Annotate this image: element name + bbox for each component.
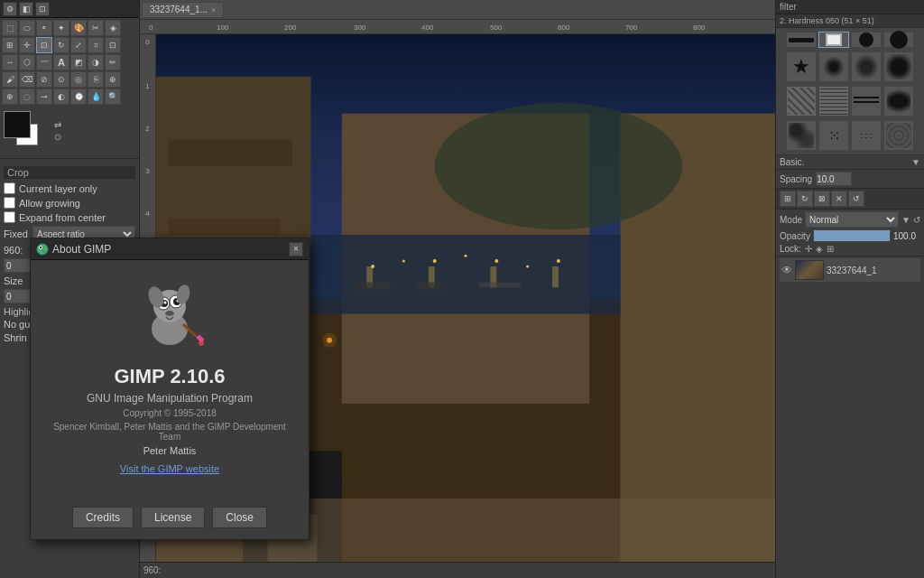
tool-clone[interactable]: ⎘	[88, 71, 104, 88]
brush-scatter[interactable]: ⁙	[818, 120, 849, 151]
brush-tool-btn-4[interactable]: ✕	[831, 191, 847, 207]
tool-heal[interactable]: ⊕	[105, 71, 121, 88]
reset-colors-btn[interactable]: ⊙	[54, 132, 61, 142]
license-button[interactable]: License	[141, 507, 205, 528]
tool-text[interactable]: A	[53, 54, 69, 70]
tool-perspective-clone[interactable]: ⊕	[2, 89, 18, 105]
tool-measure[interactable]: ⌚	[70, 89, 87, 105]
brush-blob[interactable]	[883, 86, 914, 117]
tool-foreground-select[interactable]: ◈	[105, 20, 121, 36]
brush-tool-btn-5[interactable]: ↺	[848, 191, 864, 207]
tool-smudge[interactable]: ⊸	[36, 89, 52, 105]
brush-dash-wide[interactable]	[786, 32, 817, 48]
layer-entry-main[interactable]: 👁 33237644_1	[780, 258, 920, 282]
ruler-mark-500: 500	[490, 23, 502, 32]
toolbox-icon-3[interactable]: ⊡	[35, 2, 50, 16]
opacity-label: Opacity	[780, 231, 810, 241]
brush-pattern-1[interactable]	[786, 120, 817, 151]
svg-point-16	[557, 259, 560, 263]
brush-lines[interactable]	[851, 86, 882, 117]
tool-blur-sharpen[interactable]: ◌	[19, 89, 35, 105]
tool-airbrush[interactable]: ⊘	[36, 71, 52, 88]
gimp-website-link[interactable]: Visit the GIMP website	[120, 463, 219, 474]
brush-panel-title: 2. Hardness 050 (51 × 51)	[776, 14, 924, 28]
dialog-close-x-btn[interactable]: ×	[289, 242, 303, 256]
tool-flip[interactable]: ↔	[2, 54, 18, 70]
option-allow-growing: Allow growing	[4, 197, 135, 209]
svg-point-13	[465, 255, 467, 257]
preset-label: Basic.	[780, 157, 910, 167]
brush-splat-3[interactable]	[883, 51, 914, 82]
brush-circle-filled-lg[interactable]	[883, 32, 914, 48]
close-button[interactable]: Close	[212, 507, 267, 528]
brush-star[interactable]: ★	[786, 51, 817, 82]
tool-rotate[interactable]: ↻	[53, 37, 69, 53]
tool-perspective[interactable]: ⊡	[105, 37, 121, 53]
tool-ink[interactable]: ⊙	[53, 71, 69, 88]
tool-scale[interactable]: ⤢	[70, 37, 87, 53]
mode-select[interactable]: Normal	[805, 211, 899, 228]
brush-spray[interactable]: ∷∷	[851, 120, 882, 151]
credits-button[interactable]: Credits	[72, 507, 134, 528]
brush-shape-row-1	[786, 32, 914, 48]
tool-fuzzy-select[interactable]: ✦	[53, 20, 69, 36]
tool-ellipse-select[interactable]: ⬭	[19, 20, 35, 36]
brush-tool-btn-1[interactable]: ⊞	[780, 191, 796, 207]
toolbox-icon-2[interactable]: ◧	[19, 2, 33, 16]
tool-eraser[interactable]: ⌫	[19, 71, 35, 88]
tool-move[interactable]: ✛	[19, 37, 35, 53]
opacity-slider[interactable]	[813, 229, 891, 242]
toolbox-icon-1[interactable]: ⚙	[3, 2, 17, 16]
brush-dry[interactable]	[883, 120, 914, 151]
preset-dropdown-icon[interactable]: ▼	[911, 157, 920, 167]
tool-select-scissors[interactable]: ✂	[88, 20, 104, 36]
mode-reset-btn[interactable]: ↺	[913, 215, 920, 225]
ruler-mark-300: 300	[354, 23, 365, 32]
tool-blend[interactable]: ◑	[88, 54, 104, 70]
tool-select-color[interactable]: 🎨	[70, 20, 87, 36]
tool-paintbrush[interactable]: 🖌	[2, 71, 18, 88]
tool-bucket-fill[interactable]: ◩	[70, 54, 87, 70]
tool-warp[interactable]: 〰	[36, 54, 52, 70]
layer-visibility-icon[interactable]: 👁	[781, 264, 792, 276]
tool-shear[interactable]: ⌗	[88, 37, 104, 53]
brush-tool-btn-3[interactable]: ⊠	[814, 191, 830, 207]
tool-mypaint[interactable]: ◎	[70, 71, 87, 88]
brush-square-outline[interactable]	[818, 32, 849, 48]
tool-free-select[interactable]: ⚬	[36, 20, 52, 36]
tool-color-picker[interactable]: 💧	[88, 89, 104, 105]
image-tab-close[interactable]: ×	[211, 5, 216, 14]
brush-circle-large[interactable]	[851, 32, 882, 48]
brush-tool-btn-2[interactable]: ↻	[797, 191, 813, 207]
tool-dodge-burn[interactable]: ◐	[53, 89, 69, 105]
tool-align[interactable]: ⊞	[2, 37, 18, 53]
tool-zoom[interactable]: 🔍	[105, 89, 121, 105]
tool-crop[interactable]: ⊡	[36, 37, 52, 53]
brush-splat-2[interactable]	[851, 51, 882, 82]
tool-rect-select[interactable]: ⬚	[2, 20, 18, 36]
tool-cage[interactable]: ⬡	[19, 54, 35, 70]
opacity-value: 100.0	[893, 231, 920, 241]
spacing-input[interactable]	[816, 172, 852, 186]
brush-splat-1[interactable]	[818, 51, 849, 82]
brush-shape-row-4: ⁙ ∷∷	[786, 120, 914, 151]
spacing-label: Spacing	[780, 174, 812, 184]
lock-all-btn[interactable]: ⊞	[827, 244, 834, 254]
lock-position-btn[interactable]: ✛	[805, 244, 812, 254]
brush-texture-1[interactable]	[786, 86, 817, 117]
allow-growing-checkbox[interactable]	[4, 197, 15, 209]
mode-dropdown-btn[interactable]: ▼	[901, 215, 910, 225]
current-layer-checkbox[interactable]	[4, 182, 15, 194]
brush-texture-2[interactable]	[818, 86, 849, 117]
ruler-v-400: 4	[140, 210, 155, 218]
ruler-mark-100: 100	[217, 23, 228, 32]
lock-row: Lock: ✛ ◈ ⊞	[780, 244, 920, 254]
lock-alpha-btn[interactable]: ◈	[816, 244, 823, 254]
expand-center-checkbox[interactable]	[4, 211, 15, 223]
image-tab-main[interactable]: 33237644_1... ×	[142, 2, 224, 18]
foreground-color[interactable]	[4, 111, 31, 138]
swap-colors-btn[interactable]: ⇄	[54, 120, 61, 130]
tool-pencil[interactable]: ✏	[105, 54, 121, 70]
option-expand-center: Expand from center	[4, 211, 135, 223]
mode-row: Mode Normal ▼ ↺	[780, 211, 920, 228]
